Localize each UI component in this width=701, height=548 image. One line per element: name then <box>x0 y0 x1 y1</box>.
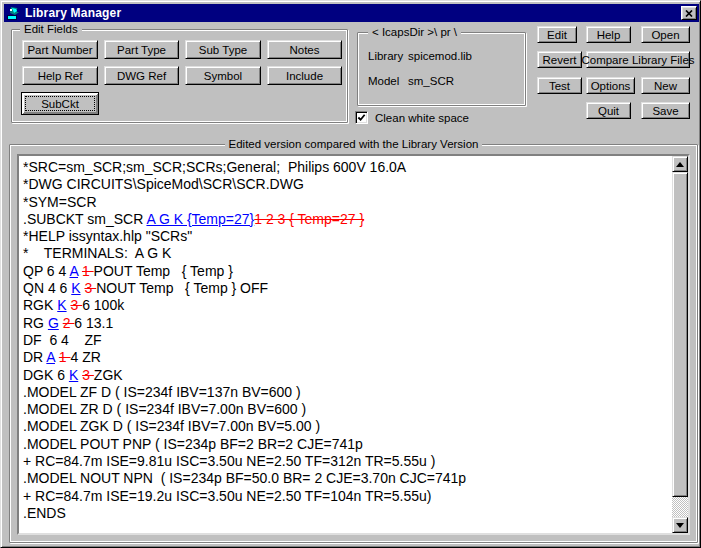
code-line: .SUBCKT sm_SCR A G K {Temp=27}1 2 3 { Te… <box>23 211 670 228</box>
code-line: .ENDS <box>23 505 670 522</box>
code-line: QP 6 4 A 1 POUT Temp { Temp } <box>23 263 670 280</box>
code-line: RG G 2 6 13.1 <box>23 315 670 332</box>
code-line: RGK K 3 6 100k <box>23 297 670 314</box>
vertical-scrollbar[interactable] <box>672 156 688 533</box>
code-line: .MODEL ZR D ( IS=234f IBV=7.00n BV=600 ) <box>23 401 670 418</box>
edit-button[interactable]: Edit <box>537 26 577 43</box>
include-button[interactable]: Include <box>267 66 342 85</box>
clean-white-space-option: Clean white space <box>355 111 469 124</box>
model-label: Model <box>368 75 399 87</box>
options-button[interactable]: Options <box>586 77 635 94</box>
edit-fields-legend: Edit Fields <box>20 23 82 35</box>
arrow-down-icon <box>676 523 684 528</box>
help-ref-button[interactable]: Help Ref <box>22 66 98 85</box>
code-line: QN 4 6 K 3 NOUT Temp { Temp } OFF <box>23 280 670 297</box>
help-button[interactable]: Help <box>586 26 631 43</box>
code-line: .MODEL NOUT NPN ( IS=234p BF=50.0 BR= 2 … <box>23 470 670 487</box>
revert-button[interactable]: Revert <box>537 51 582 68</box>
arrow-up-icon <box>676 162 684 167</box>
part-number-button[interactable]: Part Number <box>22 40 98 59</box>
code-line: * TERMINALS: A G K <box>23 245 670 262</box>
library-manager-window: Library Manager Edit Fields Part Number … <box>0 0 701 548</box>
symbol-button[interactable]: Symbol <box>185 66 261 85</box>
code-line: *DWG CIRCUITS\SpiceMod\SCR\SCR.DWG <box>23 176 670 193</box>
checkmark-icon <box>357 113 366 122</box>
dwg-ref-button[interactable]: DWG Ref <box>104 66 179 85</box>
close-icon <box>685 10 693 17</box>
code-line: + RC=84.7m ISE=19.2u ISC=3.50u NE=2.50 T… <box>23 488 670 505</box>
code-line: *SYM=SCR <box>23 194 670 211</box>
quit-button[interactable]: Quit <box>586 102 631 119</box>
library-value: spicemod.lib <box>408 50 472 62</box>
code-line: .MODEL POUT PNP ( IS=234p BF=2 BR=2 CJE=… <box>23 436 670 453</box>
code-lines: *SRC=sm_SCR;sm_SCR;SCRs;General; Philips… <box>19 156 672 533</box>
title-bar: Library Manager <box>4 4 699 22</box>
clean-white-space-label: Clean white space <box>375 112 469 124</box>
clean-white-space-checkbox[interactable] <box>355 111 368 124</box>
code-line: .MODEL ZF D ( IS=234f IBV=137n BV=600 ) <box>23 384 670 401</box>
code-line: DGK 6 K 3 ZGK <box>23 367 670 384</box>
new-button[interactable]: New <box>641 77 690 94</box>
part-type-button[interactable]: Part Type <box>104 40 179 59</box>
window-title: Library Manager <box>25 6 121 20</box>
code-line: *SRC=sm_SCR;sm_SCR;SCRs;General; Philips… <box>23 159 670 176</box>
sub-type-button[interactable]: Sub Type <box>185 40 261 59</box>
code-line: *HELP issyntax.hlp "SCRs" <box>23 228 670 245</box>
scroll-down-button[interactable] <box>672 517 688 533</box>
code-line: + RC=84.7m ISE=9.81u ISC=3.50u NE=2.50 T… <box>23 453 670 470</box>
code-line: DF 6 4 ZF <box>23 332 670 349</box>
subckt-button[interactable]: SubCkt <box>21 92 99 115</box>
library-info-group: < IcapsDir >\ pr \ Library spicemod.lib … <box>357 32 526 106</box>
app-icon[interactable] <box>6 6 22 21</box>
compare-library-files-button[interactable]: Compare Library Files <box>586 51 690 68</box>
open-button[interactable]: Open <box>641 26 690 43</box>
scrollbar-thumb[interactable] <box>672 172 688 497</box>
close-button[interactable] <box>681 6 697 20</box>
notes-button[interactable]: Notes <box>267 40 342 59</box>
save-button[interactable]: Save <box>641 102 690 119</box>
code-line: .MODEL ZGK D ( IS=234f IBV=7.00n BV=5.00… <box>23 418 670 435</box>
code-line: DR A 1 4 ZR <box>23 349 670 366</box>
library-info-legend: < IcapsDir >\ pr \ <box>368 26 461 38</box>
test-button[interactable]: Test <box>537 77 582 94</box>
library-label: Library <box>368 50 403 62</box>
diff-view[interactable]: *SRC=sm_SCR;sm_SCR;SCRs;General; Philips… <box>17 154 690 535</box>
compare-panel: Edited version compared with the Library… <box>9 144 698 543</box>
model-value: sm_SCR <box>408 75 454 87</box>
compare-panel-legend: Edited version compared with the Library… <box>225 138 483 150</box>
scroll-up-button[interactable] <box>672 156 688 172</box>
